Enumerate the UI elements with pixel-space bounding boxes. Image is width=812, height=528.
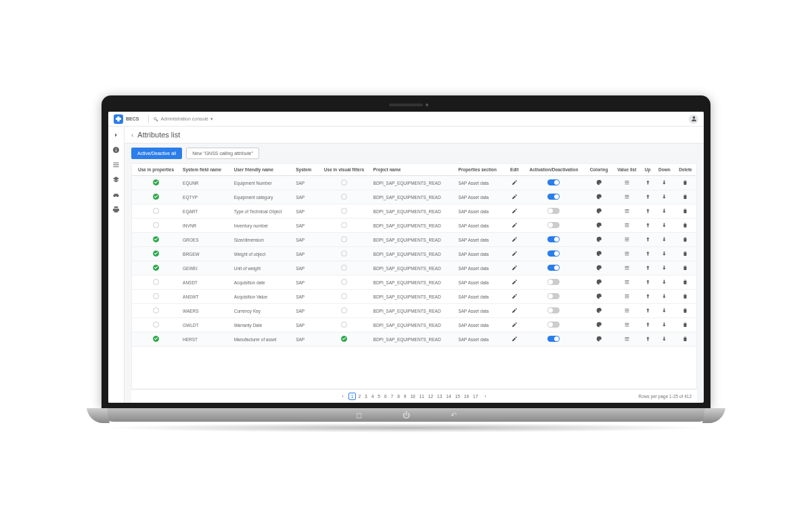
col-8[interactable]: Activation/Deactivation <box>522 164 585 176</box>
page-prev[interactable]: ‹ <box>340 393 346 399</box>
use-in-visual-filters-check[interactable] <box>341 279 347 285</box>
value-list-button[interactable] <box>612 276 641 290</box>
sidebar-collapse-icon[interactable] <box>112 131 120 139</box>
activation-toggle[interactable] <box>547 322 560 328</box>
move-up-button[interactable] <box>641 304 654 318</box>
use-in-properties-check[interactable] <box>153 179 159 185</box>
page-8[interactable]: 8 <box>395 393 402 399</box>
value-list-button[interactable] <box>612 332 641 347</box>
edit-button[interactable] <box>506 261 522 276</box>
value-list-button[interactable] <box>612 290 641 304</box>
delete-button[interactable] <box>675 276 696 290</box>
page-next[interactable]: › <box>482 393 488 399</box>
edit-button[interactable] <box>506 190 522 204</box>
move-down-button[interactable] <box>654 261 675 276</box>
col-2[interactable]: User friendly name <box>231 164 294 176</box>
coloring-button[interactable] <box>585 176 612 190</box>
use-in-visual-filters-check[interactable] <box>341 322 347 328</box>
move-up-button[interactable] <box>641 332 654 347</box>
sidebar-item-print[interactable] <box>112 205 120 213</box>
activation-toggle[interactable] <box>547 293 560 299</box>
move-down-button[interactable] <box>654 332 675 347</box>
use-in-properties-check[interactable] <box>153 265 159 271</box>
activation-toggle[interactable] <box>547 265 560 271</box>
use-in-visual-filters-check[interactable] <box>341 179 347 185</box>
col-11[interactable]: Up <box>641 164 654 176</box>
edit-button[interactable] <box>506 304 522 318</box>
rows-per-page-info[interactable]: Rows per page 1-25 of 412 <box>639 394 692 399</box>
delete-button[interactable] <box>675 204 696 219</box>
page-1[interactable]: 1 <box>348 393 357 400</box>
coloring-button[interactable] <box>585 332 612 347</box>
move-up-button[interactable] <box>641 233 654 247</box>
coloring-button[interactable] <box>585 190 612 204</box>
use-in-properties-check[interactable] <box>153 293 159 299</box>
col-10[interactable]: Value list <box>612 164 641 176</box>
use-in-properties-check[interactable] <box>153 307 159 313</box>
col-1[interactable]: System field name <box>180 164 231 176</box>
delete-button[interactable] <box>675 247 696 261</box>
page-9[interactable]: 9 <box>402 393 409 399</box>
move-down-button[interactable] <box>654 290 675 304</box>
coloring-button[interactable] <box>585 261 612 276</box>
sidebar-item-layers[interactable] <box>112 175 120 183</box>
value-list-button[interactable] <box>612 247 641 261</box>
move-up-button[interactable] <box>641 190 654 204</box>
activation-toggle[interactable] <box>547 208 560 214</box>
use-in-visual-filters-check[interactable] <box>341 336 347 342</box>
move-up-button[interactable] <box>641 219 654 233</box>
page-13[interactable]: 13 <box>435 393 444 399</box>
delete-button[interactable] <box>675 176 696 190</box>
delete-button[interactable] <box>675 261 696 276</box>
page-16[interactable]: 16 <box>462 393 471 399</box>
use-in-visual-filters-check[interactable] <box>341 208 347 214</box>
use-in-visual-filters-check[interactable] <box>341 307 347 313</box>
use-in-visual-filters-check[interactable] <box>341 194 347 200</box>
use-in-properties-check[interactable] <box>153 336 159 342</box>
edit-button[interactable] <box>506 219 522 233</box>
use-in-visual-filters-check[interactable] <box>341 222 347 228</box>
coloring-button[interactable] <box>585 290 612 304</box>
page-11[interactable]: 11 <box>418 393 426 399</box>
use-in-visual-filters-check[interactable] <box>341 293 347 299</box>
activation-toggle[interactable] <box>547 279 560 285</box>
use-in-visual-filters-check[interactable] <box>341 265 347 271</box>
activation-toggle[interactable] <box>547 222 560 228</box>
move-up-button[interactable] <box>641 276 654 290</box>
breadcrumb[interactable]: Administration console ▾ <box>153 116 212 122</box>
move-up-button[interactable] <box>641 204 654 219</box>
coloring-button[interactable] <box>585 219 612 233</box>
sidebar-item-info[interactable] <box>112 146 120 154</box>
coloring-button[interactable] <box>585 304 612 318</box>
coloring-button[interactable] <box>585 233 612 247</box>
coloring-button[interactable] <box>585 204 612 219</box>
activation-toggle[interactable] <box>547 250 560 257</box>
delete-button[interactable] <box>675 332 696 347</box>
use-in-properties-check[interactable] <box>153 194 159 200</box>
edit-button[interactable] <box>506 176 522 190</box>
col-9[interactable]: Coloring <box>585 164 612 176</box>
delete-button[interactable] <box>675 304 696 318</box>
delete-button[interactable] <box>675 233 696 247</box>
move-up-button[interactable] <box>641 261 654 276</box>
move-down-button[interactable] <box>654 276 675 290</box>
back-button[interactable]: ‹ <box>131 131 133 139</box>
page-7[interactable]: 7 <box>389 393 396 399</box>
sidebar-item-transport[interactable] <box>112 190 120 198</box>
edit-button[interactable] <box>506 332 522 347</box>
col-4[interactable]: Use in visual filters <box>317 164 370 176</box>
activation-toggle[interactable] <box>547 236 560 242</box>
coloring-button[interactable] <box>585 247 612 261</box>
page-10[interactable]: 10 <box>408 393 417 399</box>
delete-button[interactable] <box>675 190 696 204</box>
active-deactive-all-button[interactable]: Active/Deactive all <box>131 148 182 159</box>
value-list-button[interactable] <box>612 190 641 204</box>
value-list-button[interactable] <box>612 233 641 247</box>
coloring-button[interactable] <box>585 318 612 332</box>
edit-button[interactable] <box>506 290 522 304</box>
activation-toggle[interactable] <box>547 179 560 185</box>
move-down-button[interactable] <box>654 190 675 204</box>
activation-toggle[interactable] <box>547 307 560 313</box>
page-6[interactable]: 6 <box>382 393 389 399</box>
edit-button[interactable] <box>506 204 522 219</box>
